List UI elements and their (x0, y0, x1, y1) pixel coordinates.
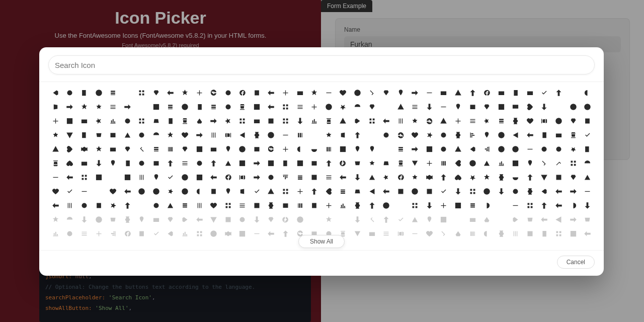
icon-cell[interactable] (437, 142, 451, 156)
icon-cell[interactable] (178, 171, 192, 184)
icon-cell[interactable] (551, 114, 566, 128)
icon-cell[interactable] (566, 156, 581, 170)
icon-cell[interactable] (264, 100, 279, 114)
icon-cell[interactable] (379, 142, 393, 156)
icon-cell[interactable] (336, 171, 351, 184)
icon-cell[interactable] (537, 171, 552, 184)
icon-cell[interactable] (149, 86, 164, 100)
icon-cell[interactable] (494, 213, 509, 226)
icon-cell[interactable] (408, 171, 422, 184)
icon-cell[interactable] (134, 86, 149, 100)
icon-cell[interactable] (307, 114, 321, 128)
icon-cell[interactable] (365, 114, 379, 128)
icon-cell[interactable] (106, 128, 120, 142)
icon-cell[interactable] (451, 171, 465, 184)
icon-cell[interactable] (192, 142, 207, 156)
icon-cell[interactable] (221, 199, 235, 212)
icon-cell[interactable] (134, 213, 149, 226)
icon-cell[interactable] (580, 156, 595, 170)
icon-cell[interactable] (134, 199, 149, 212)
icon-cell[interactable] (537, 213, 552, 226)
icon-cell[interactable] (321, 100, 336, 114)
icon-cell[interactable] (494, 100, 509, 114)
icon-cell[interactable] (365, 185, 379, 198)
icon-cell[interactable] (149, 213, 164, 226)
icon-cell[interactable] (221, 114, 235, 128)
icon-cell[interactable] (537, 100, 552, 114)
icon-cell[interactable] (221, 142, 235, 156)
icon-cell[interactable] (537, 156, 552, 170)
icon-cell[interactable] (250, 171, 264, 184)
icon-cell[interactable] (77, 128, 92, 142)
icon-cell[interactable] (566, 142, 581, 156)
icon-cell[interactable] (192, 199, 207, 212)
icon-cell[interactable] (48, 114, 63, 128)
icon-cell[interactable] (336, 156, 351, 170)
icon-cell[interactable] (206, 227, 221, 240)
icon-cell[interactable] (149, 185, 164, 198)
icon-cell[interactable] (321, 185, 336, 198)
icon-cell[interactable] (566, 171, 581, 184)
icon-cell[interactable] (509, 156, 523, 170)
icon-cell[interactable] (235, 156, 250, 170)
icon-cell[interactable] (221, 171, 235, 184)
icon-cell[interactable] (379, 185, 393, 198)
icon-cell[interactable] (437, 227, 451, 240)
icon-cell[interactable] (77, 185, 92, 198)
cancel-button[interactable]: Cancel (557, 256, 595, 269)
icon-cell[interactable] (350, 171, 365, 184)
icon-cell[interactable] (422, 213, 437, 226)
icon-cell[interactable] (192, 227, 207, 240)
icon-cell[interactable] (134, 171, 149, 184)
icon-cell[interactable] (551, 142, 566, 156)
icon-cell[interactable] (221, 213, 235, 226)
icon-cell[interactable] (365, 156, 379, 170)
icon-cell[interactable] (523, 171, 537, 184)
icon-cell[interactable] (465, 199, 480, 212)
icon-cell[interactable] (106, 114, 120, 128)
icon-cell[interactable] (178, 213, 192, 226)
icon-cell[interactable] (149, 156, 164, 170)
icon-cell[interactable] (465, 213, 480, 226)
icon-cell[interactable] (206, 171, 221, 184)
icon-cell[interactable] (92, 171, 106, 184)
icon-cell[interactable] (350, 199, 365, 212)
icon-cell[interactable] (106, 199, 120, 212)
icon-cell[interactable] (307, 185, 321, 198)
icon-cell[interactable] (106, 171, 120, 184)
icon-cell[interactable] (437, 171, 451, 184)
icon-cell[interactable] (551, 199, 566, 212)
icon-cell[interactable] (178, 185, 192, 198)
icon-cell[interactable] (192, 114, 207, 128)
icon-cell[interactable] (178, 128, 192, 142)
icon-cell[interactable] (206, 185, 221, 198)
icon-cell[interactable] (221, 86, 235, 100)
icon-cell[interactable] (235, 128, 250, 142)
icon-cell[interactable] (134, 142, 149, 156)
icon-cell[interactable] (408, 86, 422, 100)
icon-cell[interactable] (379, 100, 393, 114)
icon-cell[interactable] (551, 185, 566, 198)
icon-cell[interactable] (206, 100, 221, 114)
icon-cell[interactable] (178, 142, 192, 156)
icon-cell[interactable] (278, 213, 293, 226)
icon-cell[interactable] (178, 227, 192, 240)
icon-cell[interactable] (235, 227, 250, 240)
icon-cell[interactable] (451, 156, 465, 170)
icon-cell[interactable] (63, 185, 77, 198)
icon-cell[interactable] (422, 142, 437, 156)
icon-cell[interactable] (365, 199, 379, 212)
icon-cell[interactable] (393, 100, 408, 114)
icon-cell[interactable] (509, 227, 523, 240)
icon-cell[interactable] (479, 213, 494, 226)
icon-cell[interactable] (164, 185, 178, 198)
icon-cell[interactable] (120, 199, 135, 212)
icon-cell[interactable] (451, 128, 465, 142)
icon-cell[interactable] (134, 100, 149, 114)
icon-cell[interactable] (494, 128, 509, 142)
icon-cell[interactable] (393, 185, 408, 198)
icon-cell[interactable] (278, 199, 293, 212)
icon-cell[interactable] (134, 156, 149, 170)
icon-cell[interactable] (494, 86, 509, 100)
icon-cell[interactable] (465, 86, 480, 100)
